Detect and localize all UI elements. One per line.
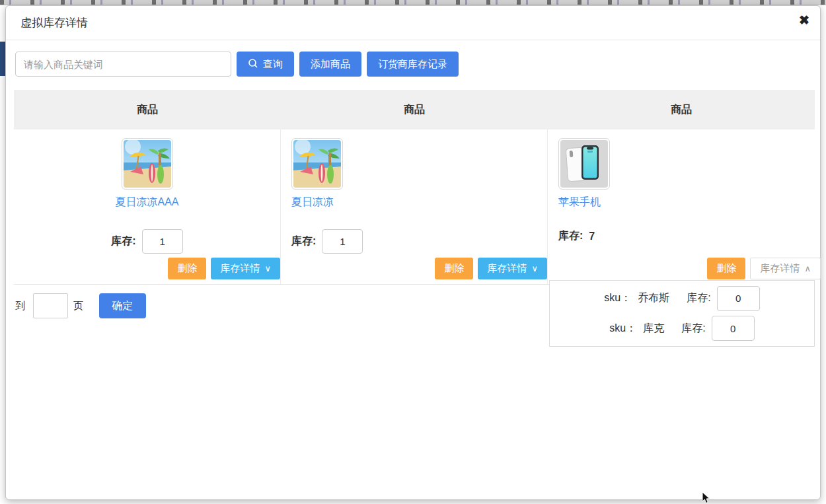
toolbar: 查询 添加商品 订货商库存记录 [15,52,820,77]
product-name-link[interactable]: 苹果手机 [558,196,815,209]
delete-button[interactable]: 删除 [168,258,206,279]
card-buttons: 删除 库存详情 ∨ [168,258,280,279]
table-header-row: 商品 商品 商品 [14,90,815,129]
background-page-top-strip [0,0,826,5]
chevron-down-icon: ∨ [531,264,538,273]
sku-name: 库克 [643,322,664,336]
stock-label: 库存: [291,234,316,248]
stock-input[interactable] [322,229,363,254]
chevron-up-icon: ∧ [804,264,811,273]
supplier-record-button[interactable]: 订货商库存记录 [367,52,459,77]
delete-button[interactable]: 删除 [435,258,473,279]
goto-prefix-label: 到 [15,300,25,312]
products-table: 商品 商品 商品 [14,90,815,285]
add-product-label: 添加商品 [311,58,350,71]
sku-row: sku： 乔布斯 库存: [604,286,759,311]
stock-detail-button-expanded[interactable]: 库存详情 ∧ [750,258,821,279]
page-number-input[interactable] [33,293,68,318]
sku-detail-panel: sku： 乔布斯 库存: sku： 库克 库存: [549,280,815,347]
stock-input[interactable] [142,229,183,254]
stock-row: 库存: [14,229,280,254]
sku-stock-label: 库存: [687,291,710,305]
search-input[interactable] [15,52,231,77]
modal-title: 虚拟库存详情 [20,15,88,30]
product-name-link[interactable]: 夏日凉凉AAA [14,196,280,209]
confirm-button[interactable]: 确定 [99,293,146,318]
stock-row: 库存: [291,229,363,254]
close-icon[interactable]: ✖ [799,14,809,26]
stock-label: 库存: [558,229,583,243]
supplier-record-label: 订货商库存记录 [378,58,447,71]
background-page-left-accent [0,42,5,76]
mouse-cursor [702,492,712,504]
stock-detail-button[interactable]: 库存详情 ∨ [211,258,280,279]
goto-suffix-label: 页 [73,300,83,312]
card-buttons: 删除 库存详情 ∨ [435,258,547,279]
query-button[interactable]: 查询 [237,52,294,77]
delete-button[interactable]: 删除 [707,258,745,279]
add-product-button[interactable]: 添加商品 [299,52,361,77]
sku-stock-input[interactable] [717,286,760,311]
table-body-row: 夏日凉凉AAA 库存: 删除 库存详情 ∨ [14,129,815,285]
product-card-2: 夏日凉凉 库存: 删除 库存详情 ∨ [281,129,548,284]
sku-stock-input[interactable] [712,316,755,341]
product-name-link[interactable]: 夏日凉凉 [291,196,547,209]
product-image-beach[interactable] [122,138,173,190]
stock-detail-label: 库存详情 [220,262,260,275]
card-buttons: 删除 库存详情 ∧ [707,258,821,279]
sku-row: sku： 库克 库存: [609,316,754,341]
modal-header: 虚拟库存详情 [6,6,820,40]
sku-name: 乔布斯 [638,291,669,305]
stock-detail-label: 库存详情 [760,262,800,275]
stock-detail-button[interactable]: 库存详情 ∨ [478,258,547,279]
stock-row: 库存: 7 [558,229,595,243]
column-header-product-3: 商品 [548,90,815,129]
search-icon [248,58,258,71]
query-button-label: 查询 [263,58,283,71]
chevron-down-icon: ∨ [264,264,271,273]
column-header-product-1: 商品 [14,90,281,129]
stock-label: 库存: [111,234,135,248]
sku-label: sku： [609,322,636,336]
virtual-inventory-modal: 虚拟库存详情 ✖ 查询 添加商品 订货商库存记录 商品 商品 商品 [5,5,821,500]
product-card-1: 夏日凉凉AAA 库存: 删除 库存详情 ∨ [14,129,281,284]
product-image-iphone[interactable] [558,138,610,190]
stock-detail-label: 库存详情 [487,262,527,275]
stock-value: 7 [589,231,595,242]
column-header-product-2: 商品 [281,90,548,129]
pagination: 到 页 确定 [15,293,146,318]
product-card-3: 苹果手机 库存: 7 删除 库存详情 ∧ sku： 乔布斯 [548,129,815,284]
sku-stock-label: 库存: [681,322,705,336]
product-image-beach[interactable] [291,138,343,190]
sku-label: sku： [604,291,631,305]
